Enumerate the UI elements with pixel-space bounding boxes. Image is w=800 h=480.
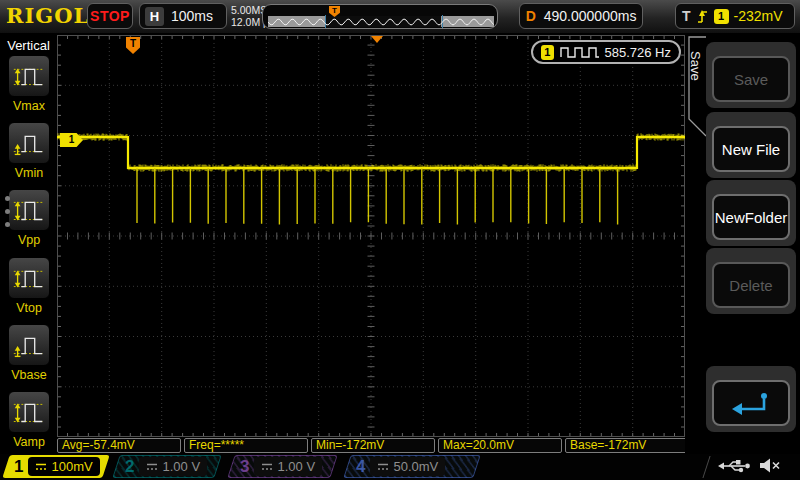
channel-4-tab[interactable]: 4 50.0mV <box>343 455 480 478</box>
delete-button[interactable]: Delete <box>712 262 790 308</box>
back-button[interactable] <box>712 380 790 426</box>
save-menu: Save Save New File NewFolder Delete <box>685 33 800 480</box>
new-file-button[interactable]: New File <box>712 126 790 172</box>
square-wave-icon <box>560 45 599 60</box>
sidebar-item-vmin[interactable]: Vmin <box>8 122 50 180</box>
usb-icon <box>718 458 750 473</box>
run-state-indicator[interactable]: STOP <box>87 3 133 29</box>
vtop-label: Vtop <box>8 301 50 315</box>
horizontal-timebase-indicator[interactable]: H 100ms <box>139 3 227 29</box>
waveform-memory-preview[interactable]: T <box>262 4 498 29</box>
dc-coupling-icon <box>377 462 389 471</box>
oscilloscope-screen: RIGOL STOP H 100ms 5.00MSa/s 12.0M pts T… <box>0 0 800 480</box>
vmin-label: Vmin <box>8 166 50 180</box>
rigol-logo: RIGOL <box>6 3 89 28</box>
vmin-pulse-icon <box>10 128 48 158</box>
channel-2-tab[interactable]: 2 1.00 V <box>112 455 221 478</box>
measurement-avg: Avg=-57.4mV <box>57 438 181 453</box>
trigger-info-indicator[interactable]: T 1 -232mV <box>675 3 795 29</box>
vertical-measure-sidebar: Vertical Vmax <box>0 33 57 480</box>
channel-3-tab[interactable]: 3 1.00 V <box>227 455 337 478</box>
sidebar-title: Vertical <box>0 38 57 53</box>
sidebar-item-vamp[interactable]: Vamp <box>8 391 50 449</box>
vpp-label: Vpp <box>8 233 50 247</box>
vmax-pulse-icon <box>10 61 48 91</box>
new-folder-button[interactable]: NewFolder <box>712 194 790 240</box>
channel-2-number: 2 <box>125 457 134 477</box>
return-arrow-icon <box>728 389 774 417</box>
freq-counter-value: 585.726 Hz <box>605 45 672 60</box>
sidebar-item-vbase[interactable]: Vbase <box>8 324 50 382</box>
rising-edge-icon <box>696 8 709 24</box>
freq-counter-channel-badge: 1 <box>541 45 554 60</box>
channel-2-scale: 1.00 V <box>162 459 200 474</box>
horizontal-h-badge: H <box>145 7 164 26</box>
channel-4-number: 4 <box>356 457 365 477</box>
channel-4-scale: 50.0mV <box>393 459 438 474</box>
vbase-label: Vbase <box>8 368 50 382</box>
channel-status-bar: 1 100mV 2 1.00 V <box>0 454 800 480</box>
vbase-button[interactable] <box>8 324 50 366</box>
trigger-delay-indicator[interactable]: D 490.000000ms <box>519 3 643 29</box>
preview-waveform <box>268 16 494 27</box>
menu-tab-label: Save <box>688 51 703 81</box>
vamp-button[interactable] <box>8 391 50 433</box>
waveform-display: T 1 1 585.726 Hz <box>57 35 685 437</box>
vamp-label: Vamp <box>8 435 50 449</box>
channel-3-scale: 1.00 V <box>277 459 315 474</box>
sidebar-item-vmax[interactable]: Vmax <box>8 55 50 113</box>
channel-1-number: 1 <box>14 457 23 477</box>
graticule-and-trace <box>57 35 685 437</box>
run-state-label: STOP <box>90 8 130 24</box>
vtop-button[interactable] <box>8 257 50 299</box>
timebase-value: 100ms <box>171 8 213 24</box>
dc-coupling-icon <box>146 462 158 471</box>
channel-1-scale: 100mV <box>51 459 92 474</box>
vmax-label: Vmax <box>8 99 50 113</box>
measurement-base: Base=-172mV <box>565 438 689 453</box>
trigger-source-badge: 1 <box>714 9 729 24</box>
save-button[interactable]: Save <box>712 56 790 102</box>
delay-value: 490.000000ms <box>544 8 637 24</box>
vbase-pulse-icon <box>10 330 48 360</box>
vtop-pulse-icon <box>10 263 48 293</box>
measurement-min: Min=-172mV <box>311 438 435 453</box>
channel-1-tab[interactable]: 1 100mV <box>2 455 109 478</box>
trigger-t-label: T <box>682 8 691 24</box>
vpp-button[interactable] <box>8 189 50 231</box>
dc-coupling-icon <box>35 462 47 471</box>
vmax-button[interactable] <box>8 55 50 97</box>
vpp-pulse-icon <box>10 195 48 225</box>
measurement-max: Max=20.0mV <box>438 438 562 453</box>
measurement-freq: Freq=***** <box>184 438 308 453</box>
top-status-bar: RIGOL STOP H 100ms 5.00MSa/s 12.0M pts T… <box>0 0 800 34</box>
vmin-button[interactable] <box>8 122 50 164</box>
dc-coupling-icon <box>261 462 273 471</box>
frequency-counter: 1 585.726 Hz <box>531 40 681 64</box>
delay-d-badge: D <box>526 8 536 24</box>
vamp-pulse-icon <box>10 397 48 427</box>
sidebar-item-vpp[interactable]: Vpp <box>8 189 50 247</box>
trigger-level-value: -232mV <box>734 8 783 24</box>
speaker-muted-icon <box>758 457 782 474</box>
sidebar-item-vtop[interactable]: Vtop <box>8 257 50 315</box>
channel-3-number: 3 <box>240 457 249 477</box>
